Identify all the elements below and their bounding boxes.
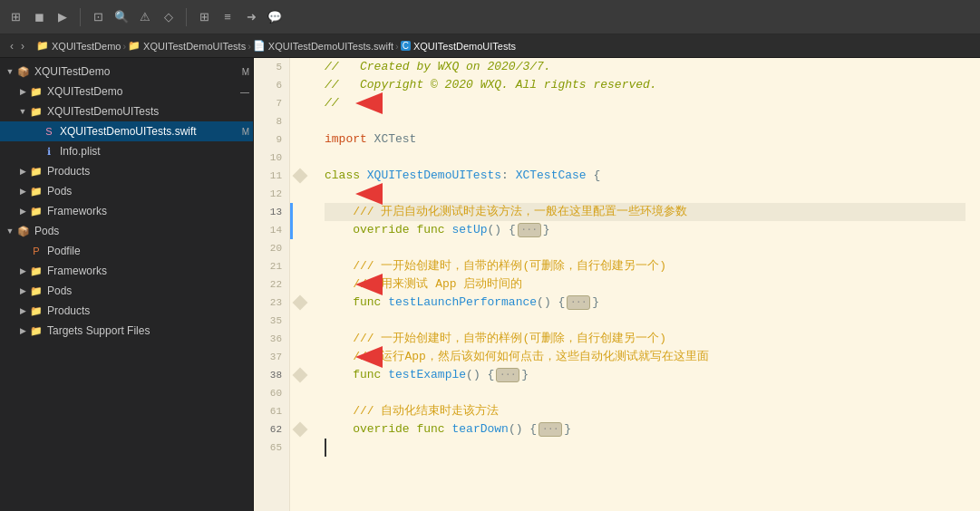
gutter-diamond-38[interactable] (293, 368, 308, 383)
code-line-8 (325, 112, 965, 130)
sidebar-item-label: XQUITestDemo (47, 85, 237, 98)
expand-arrow: ▶ (16, 205, 29, 217)
code-line-36: /// 一开始创建时，自带的样例(可删除，自行创建另一个) (325, 330, 965, 348)
breadcrumb-nav: ‹ › (7, 39, 27, 53)
sidebar-item-uitests-swift[interactable]: S XQUITestDemoUITests.swift M (0, 121, 253, 141)
sidebar-item-products1[interactable]: ▶ 📁 Products (0, 161, 253, 181)
code-line-7: // (325, 94, 965, 112)
code-token-func: testExample (388, 366, 466, 384)
breakpoint-icon[interactable]: ◇ (160, 9, 177, 25)
fold-dots-4[interactable]: ··· (539, 422, 562, 437)
cursor: ​ (325, 439, 326, 457)
toolbar-icon-group: ⊞ ◼ ▶ ⊡ 🔍 ⚠ ◇ ⊞ ≡ ➜ 💬 (7, 8, 283, 26)
gutter-65 (290, 439, 310, 457)
badge-m: M (242, 67, 249, 77)
breadcrumb-item-1[interactable]: 📁 XQUITestDemoUITests (128, 40, 246, 52)
code-line-10 (325, 149, 965, 167)
run-icon[interactable]: ▶ (54, 9, 71, 25)
fold-dots[interactable]: ··· (518, 223, 541, 237)
code-token: () { (488, 221, 516, 239)
code-area[interactable]: // Created by WXQ on 2020/3/7. // Copyri… (310, 58, 980, 511)
breadcrumb-label-3: XQUITestDemoUITests (413, 41, 516, 52)
code-token-import: import (325, 130, 367, 149)
gutter-12 (290, 185, 310, 203)
sidebar-item-xquitestdemo-root[interactable]: ▼ 📦 XQUITestDemo M (0, 62, 253, 82)
gutter-diamond-23[interactable] (293, 295, 308, 311)
expand-arrow: ▶ (16, 284, 29, 297)
sidebar-item-uitests-group[interactable]: ▼ 📁 XQUITestDemoUITests (0, 101, 253, 121)
editor-content[interactable]: 5 6 7 8 9 10 11 12 13 14 20 21 22 23 35 … (254, 58, 980, 511)
code-line-6: // Copyright © 2020 WXQ. All rights rese… (325, 76, 965, 94)
fold-dots-3[interactable]: ··· (496, 368, 519, 382)
code-line-60 (325, 384, 965, 402)
sidebar-item-frameworks2[interactable]: ▶ 📁 Frameworks (0, 261, 253, 281)
code-token: // Created by WXQ on 2020/3/7. (325, 58, 551, 76)
warning-icon[interactable]: ⚠ (137, 9, 153, 25)
breadcrumb-item-3[interactable]: C XQUITestDemoUITests (401, 41, 516, 52)
plist-icon: ℹ (42, 144, 56, 159)
code-token-kw2: func (416, 221, 444, 239)
gutter-diamond-11[interactable] (293, 169, 308, 184)
breadcrumb-back[interactable]: ‹ (7, 39, 16, 53)
stop-icon[interactable]: ◼ (31, 9, 47, 25)
code-token-zh: /// 一开始创建时，自带的样例(可删除，自行创建另一个) (325, 257, 666, 275)
gutter-61 (290, 402, 310, 420)
line-num-36: 36 (265, 330, 282, 348)
folder-icon: 📁 (29, 284, 44, 298)
list-icon[interactable]: ≡ (219, 9, 236, 25)
sidebar-item-label: Products (47, 304, 249, 317)
line-num-60: 60 (265, 384, 282, 402)
line-num-11: 11 (265, 167, 282, 185)
line-num-6: 6 (265, 76, 282, 94)
expand-arrow: ▶ (16, 304, 29, 317)
code-token: // (325, 94, 339, 112)
breadcrumb-item-0[interactable]: 📁 XQUITestDemo (36, 40, 121, 52)
code-token (445, 420, 452, 439)
gutter-13 (290, 203, 310, 221)
code-line-5: // Created by WXQ on 2020/3/7. (325, 58, 965, 76)
code-token: } (543, 221, 550, 239)
line-num-14: 14 (265, 221, 282, 239)
library-icon[interactable]: ⊡ (90, 9, 106, 25)
fold-dots-2[interactable]: ··· (567, 295, 590, 310)
code-line-9: import XCTest (325, 130, 965, 149)
code-token-kw: func (353, 294, 381, 312)
code-token: } (564, 420, 571, 439)
sidebar-item-podfile[interactable]: P Podfile (0, 241, 253, 261)
sidebar-item-pods2[interactable]: ▶ 📁 Pods (0, 281, 253, 301)
expand-arrow: ▼ (4, 225, 16, 237)
no-arrow (29, 145, 42, 158)
code-token-func: setUp (451, 221, 487, 239)
gutter-diamond-62[interactable] (293, 422, 308, 438)
grid-icon[interactable]: ⊞ (196, 9, 212, 25)
breadcrumb-forward[interactable]: › (18, 39, 27, 53)
line-num-38: 38 (265, 366, 282, 384)
sidebar-item-pods-root[interactable]: ▼ 📦 Pods (0, 221, 253, 241)
sidebar-item-targets-support[interactable]: ▶ 📁 Targets Support Files (0, 321, 253, 341)
filter-icon[interactable]: 🔍 (113, 9, 130, 25)
line-numbers: 5 6 7 8 9 10 11 12 13 14 20 21 22 23 35 … (254, 58, 290, 511)
sidebar-item-xquitestdemo-group[interactable]: ▶ 📁 XQUITestDemo — (0, 82, 253, 101)
code-token-super: XCTestCase (516, 167, 587, 185)
line-num-65: 65 (265, 439, 282, 457)
comment-icon[interactable]: 💬 (267, 9, 283, 25)
sidebar-item-label: XQUITestDemoUITests (47, 105, 249, 118)
code-token: () { (466, 366, 494, 384)
code-token-func: tearDown (451, 420, 508, 439)
code-token-zh: /// 用来测试 App 启动时间的 (325, 275, 522, 294)
badge-dash: — (240, 87, 249, 97)
arrow-icon[interactable]: ➜ (243, 9, 259, 25)
no-arrow (16, 245, 29, 257)
scheme-icon[interactable]: ⊞ (7, 9, 24, 25)
sidebar-item-products2[interactable]: ▶ 📁 Products (0, 301, 253, 321)
editor[interactable]: 5 6 7 8 9 10 11 12 13 14 20 21 22 23 35 … (254, 58, 980, 511)
code-line-61: /// 自动化结束时走该方法 (325, 402, 965, 420)
code-line-12 (325, 185, 965, 203)
line-num-13: 13 (265, 203, 282, 221)
sidebar-item-info-plist[interactable]: ℹ Info.plist (0, 141, 253, 161)
code-line-13: /// 开启自动化测试时走该方法，一般在这里配置一些环境参数 (325, 203, 965, 221)
sidebar-item-frameworks1[interactable]: ▶ 📁 Frameworks (0, 201, 253, 221)
breadcrumb-item-2[interactable]: 📄 XQUITestDemoUITests.swift (253, 40, 393, 52)
gutter-22 (290, 275, 310, 294)
sidebar-item-pods1[interactable]: ▶ 📁 Pods (0, 181, 253, 201)
